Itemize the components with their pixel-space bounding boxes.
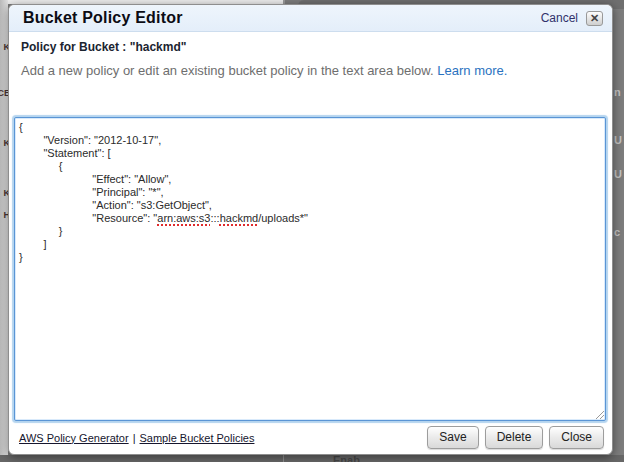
policy-bucket-subtitle: Policy for Bucket : "hackmd" (21, 40, 600, 54)
spellcheck-underlined-text: hackmd (220, 212, 259, 224)
footer-buttons: Save Delete Close (427, 426, 604, 449)
policy-line-resource: "Resource": "arn:aws:s3:::hackmd/uploads… (19, 212, 601, 225)
background-right-strip: n U U c (613, 0, 624, 462)
footer-links: AWS Policy Generator|Sample Bucket Polic… (19, 432, 254, 444)
textarea-resize-handle[interactable] (594, 409, 604, 419)
resource-colons: ::: (210, 212, 219, 224)
policy-textarea[interactable]: { "Version": "2012-10-17", "Statement": … (14, 117, 606, 421)
policy-line: } (19, 251, 601, 264)
save-button[interactable]: Save (427, 426, 478, 449)
policy-line: "Principal": "*", (19, 186, 601, 199)
aws-policy-generator-link[interactable]: AWS Policy Generator (19, 432, 129, 444)
background-text-fragment: U (614, 134, 622, 146)
titlebar-actions: Cancel ✕ (541, 11, 603, 26)
dialog-description: Add a new policy or edit an existing buc… (21, 63, 600, 78)
close-x-button[interactable]: ✕ (586, 11, 603, 26)
policy-line: "Version": "2012-10-17", (19, 134, 601, 147)
background-text-fragment: Enab (333, 455, 360, 462)
dialog-title: Bucket Policy Editor (23, 9, 183, 27)
dialog-titlebar: Bucket Policy Editor Cancel ✕ (9, 5, 612, 32)
background-text-fragment: CE (0, 88, 8, 98)
background-text-fragment: n (614, 86, 621, 98)
policy-line: "Statement": [ (19, 147, 601, 160)
spellcheck-underlined-text: arn:aws:s3 (157, 212, 210, 224)
background-divider-line (283, 455, 284, 462)
resource-prefix: "Resource": " (19, 212, 157, 224)
close-button[interactable]: Close (549, 426, 604, 449)
dialog-footer: AWS Policy Generator|Sample Bucket Polic… (19, 424, 604, 451)
cancel-link[interactable]: Cancel (541, 11, 578, 25)
learn-more-link[interactable]: Learn more. (437, 63, 507, 78)
background-text-fragment: U (614, 168, 622, 180)
link-separator: | (133, 432, 136, 444)
sample-bucket-policies-link[interactable]: Sample Bucket Policies (140, 432, 255, 444)
delete-button[interactable]: Delete (485, 426, 544, 449)
bucket-policy-editor-dialog: Bucket Policy Editor Cancel ✕ Policy for… (8, 4, 613, 455)
policy-line: { (19, 121, 601, 134)
policy-line: { (19, 160, 601, 173)
dialog-body: Policy for Bucket : "hackmd" Add a new p… (9, 40, 612, 78)
description-text: Add a new policy or edit an existing buc… (21, 63, 434, 78)
policy-line: "Effect": "Allow", (19, 173, 601, 186)
policy-line: ] (19, 238, 601, 251)
resource-suffix: /uploads*" (258, 212, 308, 224)
background-left-strip: K CE K K H (0, 0, 8, 462)
background-text-fragment: c (614, 226, 620, 238)
policy-line: "Action": "s3:GetObject", (19, 199, 601, 212)
background-bottom-strip: Enab (0, 455, 624, 462)
screen: K CE K K H n U U c Enab Bucket Policy Ed… (0, 0, 624, 462)
policy-line: } (19, 225, 601, 238)
